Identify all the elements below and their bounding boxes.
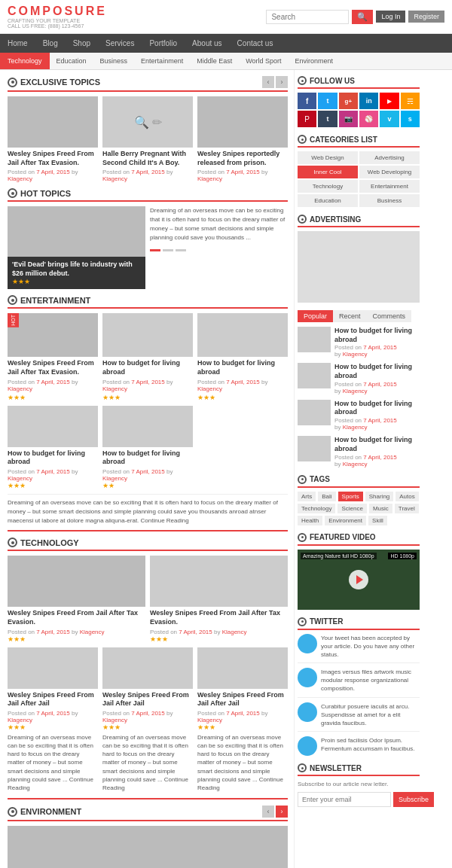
exclusive-article-title-3: Wesley Snipes reportedly released from p…: [197, 150, 288, 167]
ent-stars-2: ★★★: [102, 394, 193, 401]
newsletter-subscribe-button[interactable]: Subscribe: [393, 792, 434, 807]
section-circle-icon: [8, 78, 17, 87]
pop-meta-4: Posted on 7 April, 2015by Klagency: [334, 454, 420, 468]
slider-next-button[interactable]: ›: [276, 76, 288, 88]
cat-web-design[interactable]: Web Design: [298, 151, 358, 164]
newsletter-input[interactable]: [298, 792, 391, 807]
ent-meta-1: Posted on 7 April, 2015 by Klagency: [8, 379, 98, 392]
tagline: CRAFTING YOUR TEMPLATE: [8, 18, 107, 23]
advertising-header: Advertising: [298, 215, 420, 227]
login-button[interactable]: Log In: [376, 11, 405, 23]
nav-contact[interactable]: Contact us: [230, 34, 281, 53]
tags-circle: [298, 475, 307, 484]
nav-shop[interactable]: Shop: [66, 34, 98, 53]
slider-prev-button[interactable]: ‹: [262, 76, 274, 88]
categories-section: Categories List Web Design Advertising I…: [298, 135, 420, 207]
social-youtube[interactable]: ▶: [380, 93, 399, 109]
tech-meta-2: Posted on 7 April, 2015 by Klagency: [150, 629, 288, 635]
tweet-3: Curabitur posuere iaculis at arcu. Suspe…: [298, 702, 420, 732]
tag-arts[interactable]: Arts: [298, 492, 316, 501]
header: COMPOSURE CRAFTING YOUR TEMPLATE CALL US…: [0, 0, 452, 34]
pop-title-3: How to budget for living abroad: [334, 400, 420, 417]
tag-sports[interactable]: Sports: [338, 492, 363, 501]
social-skype[interactable]: s: [401, 111, 420, 127]
social-rss[interactable]: ☴: [401, 93, 420, 109]
subnav-technology[interactable]: Technology: [0, 53, 50, 69]
tab-comments[interactable]: Comments: [367, 310, 412, 322]
tech-article-1: Wesley Snipes Freed From Jail After Tax …: [8, 556, 145, 642]
tag-skill[interactable]: Skill: [368, 516, 387, 525]
tech-body-3: Dreaming of an overseas move can be so e…: [8, 733, 98, 792]
video-thumb[interactable]: Amazing Nature full HD 1080p HD 1080p: [298, 550, 420, 610]
search-button[interactable]: 🔍: [352, 10, 373, 24]
social-dribbble[interactable]: ⚾: [359, 111, 378, 127]
subnav-business[interactable]: Business: [93, 53, 135, 69]
social-twitter[interactable]: t: [318, 93, 337, 109]
tech-body-4: Dreaming of an overseas move can be so e…: [102, 733, 193, 792]
tech-article-4: Wesley Snipes Freed From Jail After Jail…: [102, 647, 193, 793]
tags-header: Tags: [298, 475, 420, 488]
env-next-button[interactable]: ›: [276, 806, 288, 818]
video-tag-badge: Amazing Nature full HD 1080p: [301, 553, 377, 559]
nav-blog[interactable]: Blog: [35, 34, 66, 53]
tag-health[interactable]: Health: [298, 516, 322, 525]
tab-recent[interactable]: Recent: [333, 310, 367, 322]
tech-circle: [8, 538, 17, 547]
env-prev-button[interactable]: ‹: [262, 806, 274, 818]
cat-web-developing[interactable]: Web Developing: [359, 166, 420, 178]
register-button[interactable]: Register: [408, 11, 444, 23]
nav-about[interactable]: About us: [185, 34, 229, 53]
pop-meta-2: Posted on 7 April, 2015by Klagency: [334, 381, 420, 394]
social-tumblr[interactable]: t: [318, 111, 337, 127]
cat-technology[interactable]: Technology: [298, 180, 358, 193]
social-linkedin[interactable]: in: [359, 93, 378, 109]
subnav-education[interactable]: Education: [50, 53, 93, 69]
entertainment-section: Entertainment HOT Wesley Snipes Freed Fr…: [8, 295, 288, 531]
hot-topics-title: Hot Topics: [20, 189, 71, 198]
cat-business[interactable]: Business: [359, 194, 420, 207]
newsletter-description: Subscribe to our article new letter.: [298, 780, 420, 788]
play-button[interactable]: [349, 570, 368, 589]
tag-environment[interactable]: Environment: [325, 516, 366, 525]
tag-sharing[interactable]: Sharing: [365, 492, 394, 501]
cat-inner-cool[interactable]: Inner Cool: [298, 166, 358, 178]
subnav-middle-east[interactable]: Middle East: [190, 53, 239, 69]
tweet-avatar-1: [298, 634, 317, 653]
tags-title: Tags: [310, 475, 330, 483]
tag-autos[interactable]: Autos: [396, 492, 418, 501]
subnav-entertainment[interactable]: Entertainment: [134, 53, 190, 69]
tech-body-5: Dreaming of an overseas move can be so e…: [197, 733, 288, 792]
tag-travel[interactable]: Travel: [395, 504, 419, 513]
popular-item-3: How to budget for living abroad Posted o…: [298, 400, 420, 431]
subnav-world-sport[interactable]: World Sport: [239, 53, 288, 69]
social-instagram[interactable]: 📷: [339, 111, 358, 127]
nav-home[interactable]: Home: [0, 34, 35, 53]
cat-entertainment[interactable]: Entertainment: [359, 180, 420, 193]
featured-video-header: Featured Video: [298, 533, 420, 546]
tech-article-3: Wesley Snipes Freed From Jail After Jail…: [8, 647, 98, 793]
exclusive-thumb-3: [197, 96, 288, 148]
ent-red-line: [8, 530, 288, 531]
tab-popular[interactable]: Popular: [298, 310, 333, 322]
search-input[interactable]: [266, 10, 349, 24]
pop-title-1: How to budget for living abroad: [334, 327, 420, 344]
tag-science[interactable]: Science: [337, 504, 366, 513]
social-facebook[interactable]: f: [298, 93, 316, 109]
social-pinterest[interactable]: P: [298, 111, 316, 127]
tag-technology[interactable]: Technology: [298, 504, 335, 513]
ent-body-text: Dreaming of an overseas move can be so e…: [8, 498, 288, 525]
social-googleplus[interactable]: g+: [339, 93, 358, 109]
tech-title-4: Wesley Snipes Freed From Jail After Jail: [102, 691, 193, 708]
nav-services[interactable]: Services: [98, 34, 142, 53]
tweet-1: Your tweet has been accepted by your art…: [298, 634, 420, 664]
pop-thumb-3: [298, 400, 331, 425]
ent-circle: [8, 295, 17, 305]
cat-education[interactable]: Education: [298, 194, 358, 207]
nav-portfolio[interactable]: Portfolio: [142, 34, 185, 53]
social-vimeo[interactable]: v: [380, 111, 399, 127]
subnav-environment[interactable]: Environment: [289, 53, 341, 69]
tag-music[interactable]: Music: [369, 504, 392, 513]
tag-bali[interactable]: Bali: [318, 492, 335, 501]
cat-advertising[interactable]: Advertising: [359, 151, 420, 164]
follow-circle: [298, 76, 307, 85]
